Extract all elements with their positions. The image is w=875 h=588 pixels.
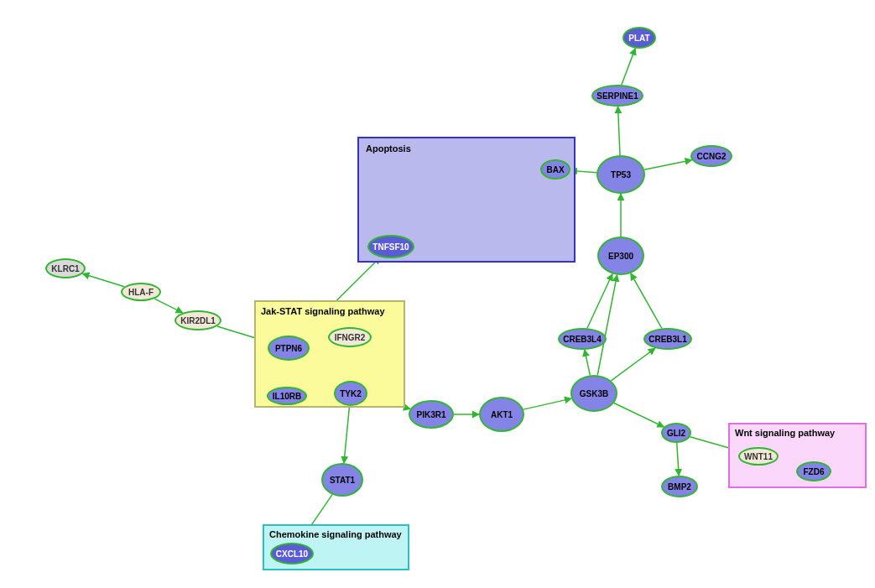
edge-tyk2-stat1: [344, 406, 350, 463]
edge-gsk3b-creb3l1: [611, 348, 655, 381]
edge-tp53-serpine1: [618, 107, 620, 155]
node-creb3l1[interactable]: CREB3L1: [643, 328, 692, 350]
edge-hla_f-klrc1: [82, 273, 124, 286]
node-fzd6[interactable]: FZD6: [796, 461, 831, 481]
node-hla-f[interactable]: HLA-F: [121, 283, 161, 301]
edge-gsk3b-creb3l4: [585, 350, 591, 375]
node-ccng2[interactable]: CCNG2: [690, 145, 732, 167]
edge-akt1-gsk3b: [523, 398, 571, 409]
edge-gli2-bmp2: [677, 443, 679, 476]
group-jakstat-label: Jak-STAT signaling pathway: [261, 306, 385, 316]
node-pik3r1[interactable]: PIK3R1: [409, 400, 454, 429]
node-ptpn6[interactable]: PTPN6: [268, 336, 310, 361]
node-creb3l4[interactable]: CREB3L4: [558, 328, 607, 350]
edge-serpine1-plat: [622, 49, 635, 86]
node-akt1[interactable]: AKT1: [479, 397, 524, 432]
node-serpine1[interactable]: SERPINE1: [591, 85, 643, 107]
edge-hla_f-kir2dl1: [154, 299, 183, 313]
group-wnt-label: Wnt signaling pathway: [735, 428, 835, 438]
node-kir2dl1[interactable]: KIR2DL1: [174, 310, 221, 330]
node-tnfsf10[interactable]: TNFSF10: [367, 235, 414, 258]
edge-gsk3b-ep300: [597, 275, 617, 376]
node-wnt11[interactable]: WNT11: [738, 447, 779, 466]
node-bax[interactable]: BAX: [540, 159, 570, 180]
node-tp53[interactable]: TP53: [596, 155, 645, 194]
node-cxcl10[interactable]: CXCL10: [270, 543, 314, 565]
node-ep300[interactable]: EP300: [597, 237, 644, 275]
node-tyk2[interactable]: TYK2: [334, 381, 367, 406]
diagram-canvas: Apoptosis Jak-STAT signaling pathway Che…: [0, 0, 875, 588]
node-plat[interactable]: PLAT: [622, 27, 656, 49]
node-stat1[interactable]: STAT1: [321, 463, 363, 497]
node-klrc1[interactable]: KLRC1: [45, 258, 86, 278]
node-gsk3b[interactable]: GSK3B: [570, 375, 617, 412]
edge-creb3l1-ep300: [631, 273, 662, 329]
node-bmp2[interactable]: BMP2: [661, 476, 698, 497]
node-il10rb[interactable]: IL10RB: [267, 387, 307, 405]
group-apoptosis-label: Apoptosis: [366, 143, 411, 154]
group-chemokine-label: Chemokine signaling pathway: [269, 529, 402, 539]
edge-creb3l4-ep300: [587, 273, 612, 328]
edge-tp53-ccng2: [644, 160, 692, 170]
edge-gsk3b-gli2: [614, 403, 664, 427]
node-ifngr2[interactable]: IFNGR2: [328, 327, 372, 347]
node-gli2[interactable]: GLI2: [661, 423, 691, 443]
